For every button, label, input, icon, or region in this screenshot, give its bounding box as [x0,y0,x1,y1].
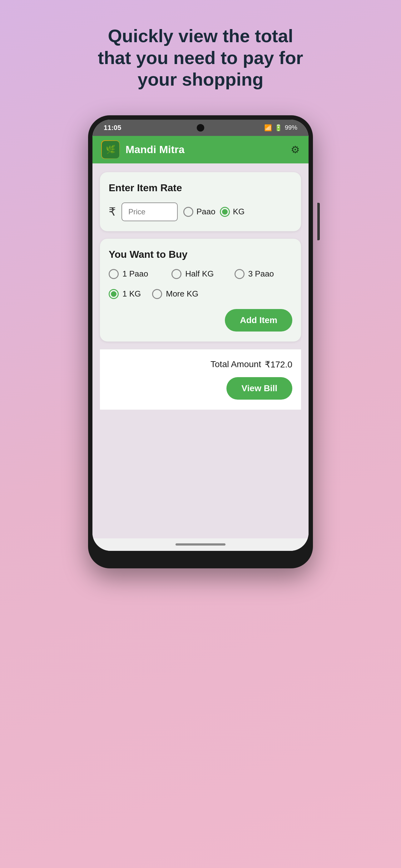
buy-option-morekg[interactable]: More KG [152,289,198,299]
app-bar: 🌿 Mandi Mitra ⚙ [93,136,308,163]
1kg-radio[interactable] [109,289,119,299]
you-want-to-buy-title: You Want to Buy [109,249,292,260]
you-want-to-buy-card: You Want to Buy 1 Paao Half KG 3 Paao [100,239,301,342]
rupee-symbol: ₹ [109,205,116,218]
phone-screen: 11:05 📶 🔋 99% 🌿 Mandi Mitra ⚙ Enter Item… [93,120,308,551]
battery-icon: 🔋 [274,124,282,131]
morekg-radio[interactable] [152,289,162,299]
total-value: ₹172.0 [265,359,292,370]
status-bar: 11:05 📶 🔋 99% [93,120,308,136]
battery-percent: 99% [285,124,297,131]
3paao-label: 3 Paao [248,269,274,279]
buy-option-1paao[interactable]: 1 Paao [109,269,166,279]
status-icons: 📶 🔋 99% [264,124,297,131]
side-button [317,203,320,240]
signal-icon: 📶 [264,124,272,131]
content-area: Enter Item Rate ₹ Paao KG [93,163,308,538]
1paao-label: 1 Paao [123,269,148,279]
paao-label: Paao [196,207,215,217]
total-label: Total Amount [210,359,261,369]
buy-option-1kg[interactable]: 1 KG [109,289,141,299]
unit-kg-option[interactable]: KG [220,207,245,217]
halfkg-radio[interactable] [171,269,181,279]
1paao-radio[interactable] [109,269,119,279]
view-bill-button[interactable]: View Bill [226,377,292,400]
buy-option-3paao[interactable]: 3 Paao [235,269,292,279]
status-time: 11:05 [104,124,121,132]
app-logo: 🌿 [101,140,120,159]
phone-frame: 11:05 📶 🔋 99% 🌿 Mandi Mitra ⚙ Enter Item… [88,115,313,568]
price-input[interactable] [122,203,178,221]
enter-item-rate-card: Enter Item Rate ₹ Paao KG [100,172,301,231]
kg-label: KG [233,207,245,217]
buy-option-halfkg[interactable]: Half KG [171,269,229,279]
unit-paao-option[interactable]: Paao [183,207,215,217]
buy-options-row2: 1 KG More KG [109,289,292,299]
app-logo-emoji: 🌿 [106,145,115,154]
price-row: ₹ Paao KG [109,203,292,221]
buy-options-grid-row1: 1 Paao Half KG 3 Paao [109,269,292,279]
settings-icon[interactable]: ⚙ [291,144,300,156]
total-section: Total Amount ₹172.0 View Bill [100,349,301,410]
phone-home-bar [93,538,308,551]
home-indicator [175,544,226,546]
kg-radio[interactable] [220,207,230,217]
unit-radio-group: Paao KG [183,207,244,217]
add-item-button[interactable]: Add Item [225,309,292,332]
app-title: Mandi Mitra [126,144,285,156]
paao-radio[interactable] [183,207,193,217]
halfkg-label: Half KG [185,269,213,279]
morekg-label: More KG [166,289,198,299]
1kg-label: 1 KG [123,289,141,299]
camera-notch [197,124,204,131]
enter-item-rate-title: Enter Item Rate [109,182,292,194]
total-amount-row: Total Amount ₹172.0 [109,359,292,370]
main-headline: Quickly view the total that you need to … [73,25,328,90]
3paao-radio[interactable] [235,269,244,279]
